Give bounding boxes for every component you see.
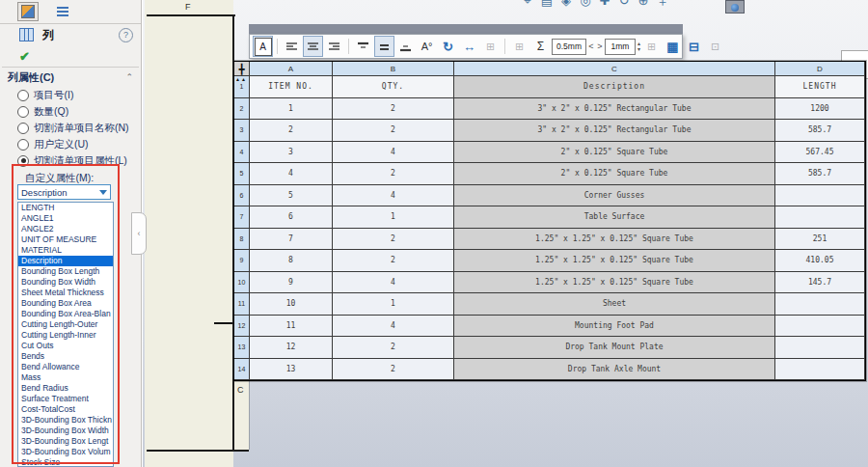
data-cell[interactable]: 1.25" x 1.25" x 0.125" Square Tube: [454, 250, 775, 272]
row-number[interactable]: 9: [234, 250, 250, 272]
property-option[interactable]: Bounding Box Area-Blan: [18, 309, 113, 319]
header-cell[interactable]: QTY.: [333, 76, 454, 98]
data-cell[interactable]: 3: [250, 142, 333, 164]
note-format-button[interactable]: A: [253, 36, 273, 57]
decrease-padding-button[interactable]: <: [587, 41, 595, 51]
merge-cells-button[interactable]: ⊞: [480, 36, 501, 57]
data-cell[interactable]: 4: [333, 185, 454, 207]
data-cell[interactable]: 251: [775, 229, 865, 251]
data-cell[interactable]: 13: [250, 359, 333, 381]
padding-spinner[interactable]: ▴▾: [637, 41, 640, 52]
heads-up-icon[interactable]: ▤: [540, 0, 554, 11]
data-cell[interactable]: 5: [250, 185, 333, 207]
radio-icon[interactable]: [17, 123, 29, 134]
property-option[interactable]: 3D-Bounding Box Thickn: [18, 415, 113, 426]
data-cell[interactable]: 9: [250, 272, 333, 294]
data-cell[interactable]: 4: [250, 163, 333, 185]
radio-icon[interactable]: [17, 106, 29, 118]
heads-up-icon[interactable]: ＋: [656, 0, 669, 11]
column-letter[interactable]: B: [333, 62, 454, 76]
fit-table-button[interactable]: ⊡: [705, 36, 725, 57]
column-letter[interactable]: D: [775, 62, 865, 76]
column-letter[interactable]: A: [250, 62, 333, 76]
radio-icon[interactable]: [17, 90, 29, 101]
chevron-down-icon[interactable]: [99, 190, 107, 195]
property-option[interactable]: Sheet Metal Thickness: [18, 288, 113, 298]
lock-format-button[interactable]: ⊞: [641, 36, 662, 57]
row-number[interactable]: 11: [234, 293, 250, 316]
property-option[interactable]: Bounding Box Length: [18, 266, 113, 277]
table-header-button[interactable]: ⊟: [684, 36, 704, 57]
align-center-button[interactable]: [303, 36, 323, 57]
ok-button[interactable]: ✔: [0, 45, 141, 67]
data-cell[interactable]: 2: [333, 359, 454, 381]
data-cell[interactable]: 4: [333, 316, 454, 338]
panel-collapse-tab[interactable]: ‹: [131, 212, 147, 255]
radio-icon[interactable]: [17, 139, 29, 151]
data-cell[interactable]: [775, 185, 865, 207]
help-icon[interactable]: ?: [119, 28, 133, 42]
property-option[interactable]: Surface Treatment: [18, 394, 113, 404]
data-cell[interactable]: 585.7: [775, 163, 865, 185]
row-number[interactable]: 7: [234, 206, 250, 229]
property-option[interactable]: Cutting Length-Inner: [18, 330, 113, 341]
data-cell[interactable]: 4: [333, 272, 454, 294]
property-option[interactable]: MATERIAL: [18, 245, 113, 256]
data-cell[interactable]: Drop Tank Axle Mount: [454, 359, 775, 381]
property-option[interactable]: Stock Size: [18, 457, 113, 467]
property-option[interactable]: ANGLE2: [18, 224, 113, 234]
data-cell[interactable]: 7: [250, 229, 333, 251]
radio-icon[interactable]: [17, 155, 29, 167]
increase-padding-button[interactable]: >: [596, 41, 604, 51]
data-cell[interactable]: 8: [250, 250, 333, 272]
row-number[interactable]: 12: [234, 316, 250, 338]
heads-up-icon[interactable]: ↻: [617, 0, 631, 11]
data-cell[interactable]: 1: [250, 98, 333, 121]
property-option[interactable]: Cut Outs: [18, 341, 113, 351]
row-number[interactable]: 6: [234, 185, 250, 207]
header-cell[interactable]: LENGTH: [775, 76, 865, 98]
data-cell[interactable]: Drop Tank Mount Plate: [454, 337, 775, 359]
data-cell[interactable]: 567.45: [775, 142, 865, 164]
property-option[interactable]: 3D-Bounding Box Lengt: [18, 436, 113, 447]
data-cell[interactable]: 410.05: [775, 250, 865, 272]
data-cell[interactable]: [775, 293, 865, 316]
border-editing-button[interactable]: ▦: [663, 36, 683, 57]
flip-direction-icon[interactable]: ↔: [459, 36, 479, 57]
column-letter[interactable]: C: [454, 62, 775, 76]
row-number[interactable]: 13: [234, 337, 250, 359]
data-cell[interactable]: 2: [333, 229, 454, 251]
heads-up-icon[interactable]: ⌖: [521, 0, 534, 11]
data-cell[interactable]: 1: [333, 293, 454, 316]
property-option[interactable]: Description: [18, 256, 113, 266]
data-cell[interactable]: 2: [333, 337, 454, 359]
data-cell[interactable]: 145.7: [775, 272, 865, 294]
property-option[interactable]: Mass: [18, 372, 113, 383]
column-type-radio[interactable]: 项目号(I): [0, 87, 141, 103]
spin-down-icon[interactable]: ▾: [637, 46, 640, 52]
data-cell[interactable]: Sheet: [454, 293, 775, 316]
data-cell[interactable]: 2" x 0.125" Square Tube: [454, 163, 775, 185]
data-cell[interactable]: Mounting Foot Pad: [454, 316, 775, 338]
property-option[interactable]: Bend Allowance: [18, 362, 113, 372]
valign-middle-button[interactable]: [374, 36, 394, 57]
property-option[interactable]: Cutting Length-Outer: [18, 319, 113, 330]
property-option[interactable]: Bend Radius: [18, 383, 113, 394]
row-number[interactable]: 3: [234, 120, 250, 142]
property-option[interactable]: 3D-Bounding Box Width: [18, 426, 113, 436]
data-cell[interactable]: 2: [333, 250, 454, 272]
data-cell[interactable]: 11: [250, 316, 333, 338]
rotate-cell-icon[interactable]: ↻: [438, 36, 458, 57]
data-cell[interactable]: 1.25" x 1.25" x 0.125" Square Tube: [454, 272, 775, 294]
data-cell[interactable]: 6: [250, 206, 333, 229]
heads-up-pressed-button[interactable]: [725, 0, 745, 14]
toolbar-drag-handle[interactable]: [249, 24, 683, 34]
text-angle-button[interactable]: A°: [417, 36, 437, 57]
row-number[interactable]: 4: [234, 142, 250, 164]
header-cell[interactable]: Description: [454, 76, 775, 98]
table-move-handle[interactable]: ╋: [234, 62, 250, 76]
data-cell[interactable]: 1: [333, 206, 454, 229]
column-type-radio[interactable]: 用户定义(U): [0, 136, 141, 152]
property-option[interactable]: Cost-TotalCost: [18, 404, 113, 415]
align-left-button[interactable]: [282, 36, 302, 57]
